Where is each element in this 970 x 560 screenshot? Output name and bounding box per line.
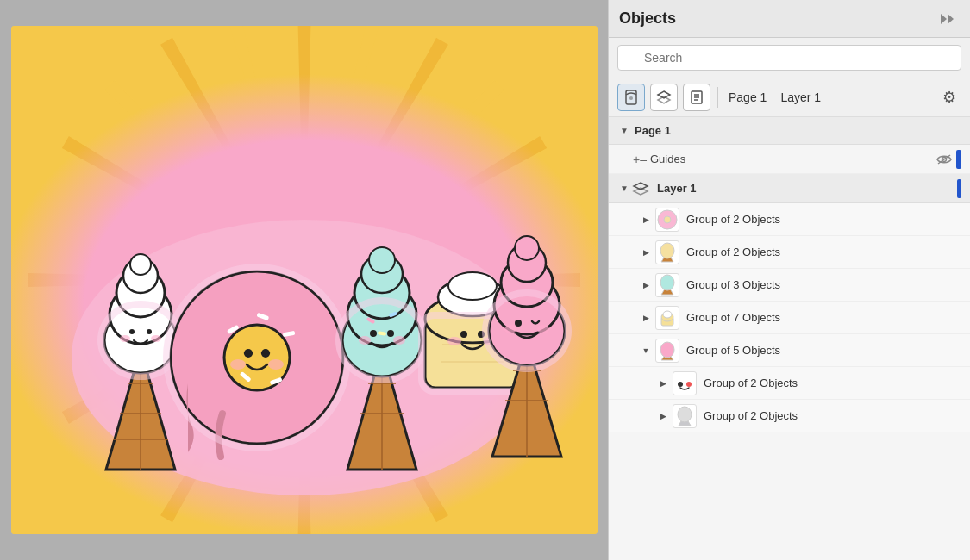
object-row[interactable]: ▶ Group of 7 Objects [609, 302, 970, 334]
obj-chevron-icon-0[interactable]: ▶ [640, 214, 652, 226]
svg-point-122 [678, 407, 692, 422]
svg-point-67 [359, 336, 371, 345]
svg-point-65 [370, 330, 377, 337]
obj-label-3: Group of 7 Objects [686, 311, 780, 324]
svg-point-111 [660, 243, 674, 258]
guides-row: +– Guides [609, 145, 970, 174]
svg-point-119 [678, 382, 683, 387]
svg-point-50 [230, 359, 246, 370]
panel-title: Objects [619, 9, 676, 28]
object-row[interactable]: ▶ Group of 2 Objects [609, 236, 970, 269]
obj-label-0: Group of 2 Objects [686, 213, 780, 226]
tree-area: ▼ Page 1 +– Guides ▼ [609, 117, 970, 560]
page-chevron-icon[interactable]: ▼ [617, 124, 631, 138]
svg-point-109 [664, 216, 671, 223]
svg-point-61 [369, 247, 395, 273]
search-input[interactable] [617, 45, 961, 71]
obj-chevron-icon-1[interactable]: ▶ [640, 246, 652, 258]
layer-row[interactable]: ▼ Layer 1 [609, 174, 970, 203]
object-row-indented[interactable]: ▶ Group of 2 Objects [609, 400, 970, 432]
toolbar-divider [717, 87, 718, 108]
search-wrapper: 🔍 [617, 45, 961, 71]
guides-icons [936, 150, 961, 169]
svg-point-39 [151, 335, 161, 342]
obj-label-2: Group of 3 Objects [686, 278, 780, 291]
svg-point-118 [660, 342, 674, 358]
svg-point-97 [629, 96, 633, 100]
guides-color-indicator [956, 150, 961, 169]
guides-plus-icon[interactable]: +– [633, 152, 647, 166]
svg-point-38 [120, 335, 130, 342]
toolbar-page-info: Page 1 Layer 1 [729, 90, 821, 104]
obj-chevron-icon-2[interactable]: ▶ [640, 279, 652, 291]
svg-point-68 [393, 336, 405, 345]
obj-thumbnail-6 [673, 404, 697, 428]
object-row[interactable]: ▼ Group of 5 Objects [609, 334, 970, 367]
toolbar-row: Page 1 Layer 1 ⚙ [609, 78, 970, 117]
obj-thumbnail-0 [655, 208, 679, 232]
artwork-container [11, 26, 598, 534]
obj-label-4: Group of 5 Objects [686, 344, 780, 357]
page-icon-button[interactable] [617, 84, 645, 111]
layer-label-tree: Layer 1 [657, 182, 697, 195]
objects-panel: Objects 🔍 [608, 0, 970, 560]
panel-expand-button[interactable] [937, 11, 960, 27]
layer-stack-button[interactable] [650, 84, 678, 111]
obj-thumbnail-5 [673, 371, 697, 395]
svg-point-37 [147, 329, 152, 334]
search-area: 🔍 [609, 38, 970, 78]
obj-thumbnail-3 [655, 306, 679, 330]
artwork-image [11, 26, 598, 534]
obj-chevron-icon-5[interactable]: ▶ [657, 377, 669, 389]
object-row[interactable]: ▶ Group of 3 Objects [609, 269, 970, 302]
svg-point-90 [515, 320, 522, 327]
page-view-button[interactable] [683, 84, 710, 111]
svg-point-120 [686, 382, 692, 387]
obj-chevron-icon-6[interactable]: ▶ [657, 410, 669, 422]
page-label: Page 1 [729, 90, 767, 104]
svg-point-92 [537, 325, 549, 333]
svg-point-36 [129, 329, 135, 334]
layer-stack-icon [631, 179, 650, 198]
obj-thumbnail-1 [655, 240, 679, 264]
obj-chevron-icon-4[interactable]: ▼ [640, 345, 652, 357]
canvas-area [0, 0, 608, 560]
svg-marker-94 [941, 14, 947, 24]
panel-header: Objects [609, 0, 970, 38]
svg-point-116 [663, 311, 672, 318]
svg-point-35 [130, 254, 151, 275]
object-row[interactable]: ▶ Group of 2 Objects [609, 203, 970, 236]
obj-label-6: Group of 2 Objects [704, 409, 798, 422]
svg-point-51 [268, 359, 284, 370]
obj-thumbnail-4 [655, 339, 679, 363]
layer-chevron-icon[interactable]: ▼ [617, 182, 631, 196]
svg-point-73 [448, 272, 497, 300]
guides-label: Guides [650, 152, 936, 165]
svg-point-76 [460, 331, 467, 338]
svg-marker-95 [948, 14, 954, 24]
obj-chevron-icon-3[interactable]: ▶ [640, 312, 652, 324]
obj-thumbnail-2 [655, 273, 679, 297]
svg-point-78 [447, 337, 461, 345]
layer-label: Layer 1 [780, 90, 821, 104]
guides-eye-icon[interactable] [936, 151, 953, 168]
svg-point-89 [515, 236, 539, 260]
obj-label-5: Group of 2 Objects [704, 376, 798, 389]
page-section-header[interactable]: ▼ Page 1 [609, 117, 970, 145]
obj-label-1: Group of 2 Objects [686, 246, 780, 258]
gear-button[interactable]: ⚙ [937, 85, 961, 109]
object-row-indented[interactable]: ▶ Group of 2 Objects [609, 367, 970, 400]
svg-point-113 [660, 275, 674, 290]
layer-color-indicator [957, 179, 961, 198]
svg-point-66 [387, 330, 394, 337]
svg-point-91 [504, 325, 516, 333]
page-section-label: Page 1 [635, 124, 671, 137]
